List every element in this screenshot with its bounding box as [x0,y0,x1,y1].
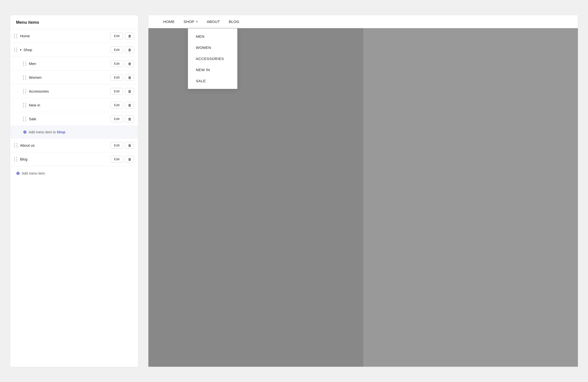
drag-handle[interactable] [23,75,26,80]
menu-item-label: Women [29,75,110,80]
edit-button[interactable]: Edit [110,116,123,122]
trash-icon: 🗑 [128,34,131,38]
list-item: Men Edit 🗑 [10,57,138,71]
trash-icon: 🗑 [128,144,131,148]
shop-link-label: Shop [57,130,65,134]
menu-item-label: Sale [29,117,110,121]
add-main-item-button[interactable]: ⊕ Add menu item [10,166,138,181]
trash-icon: 🗑 [128,76,131,80]
dropdown-item-sale[interactable]: SALE [188,75,237,86]
drag-handle[interactable] [14,34,18,38]
drag-handle[interactable] [23,89,26,94]
dropdown-item-men[interactable]: MEN [188,31,237,42]
menu-item-label: Accessories [29,89,110,93]
edit-button[interactable]: Edit [110,33,123,39]
list-item: About us Edit 🗑 [10,139,138,152]
delete-button[interactable]: 🗑 [125,88,134,95]
item-actions: Edit 🗑 [110,88,134,95]
trash-icon: 🗑 [128,117,131,121]
list-item-shop: ▾ Shop Edit 🗑 Men Edi [10,43,138,139]
delete-button[interactable]: 🗑 [125,46,134,53]
chevron-up-icon: ∧ [196,20,198,23]
drag-handle[interactable] [23,62,26,66]
drag-handle[interactable] [14,143,18,148]
item-actions: Edit 🗑 [110,142,134,149]
shop-row: ▾ Shop Edit 🗑 [10,43,138,57]
delete-button[interactable]: 🗑 [125,102,134,109]
panel-header: Menu items [10,15,138,29]
preview-panel: HOME SHOP ∧ ABOUT BLOG MEN WOMEN ACCESSO… [148,15,578,367]
add-sub-item-button[interactable]: ⊕ Add menu item to Shop [10,126,138,139]
chevron-down-icon: ▾ [20,48,21,52]
shop-dropdown: MEN WOMEN ACCESSORIES NEW IN SALE [188,28,237,89]
item-actions: Edit 🗑 [110,74,134,81]
item-actions: Edit 🗑 [110,116,134,123]
drag-handle[interactable] [23,103,26,107]
plus-icon: ⊕ [23,129,27,135]
item-actions: Edit 🗑 [110,33,134,40]
drag-handle[interactable] [14,157,18,162]
nav-item-shop[interactable]: SHOP ∧ [184,20,198,24]
preview-bg-left [148,28,363,367]
edit-button[interactable]: Edit [110,88,123,95]
menu-item-label: Blog [20,157,110,161]
list-item: Women Edit 🗑 [10,71,138,85]
list-item: Sale Edit 🗑 [10,112,138,126]
list-item: New in Edit 🗑 [10,98,138,112]
plus-icon: ⊕ [16,171,20,176]
menu-list: Home Edit 🗑 ▾ Shop Edit 🗑 [10,29,138,166]
preview-bg-right [363,28,578,367]
panel-title: Menu items [16,20,132,25]
item-actions: Edit 🗑 [110,102,134,109]
edit-button[interactable]: Edit [110,102,123,108]
menu-item-label: New in [29,103,110,107]
edit-button[interactable]: Edit [110,46,123,53]
trash-icon: 🗑 [128,48,131,52]
delete-button[interactable]: 🗑 [125,60,134,67]
delete-button[interactable]: 🗑 [125,116,134,123]
sub-items-container: Men Edit 🗑 Women Edit [10,57,138,139]
dropdown-item-women[interactable]: WOMEN [188,42,237,53]
add-main-item-text: Add menu item [22,171,45,175]
delete-button[interactable]: 🗑 [125,142,134,149]
delete-button[interactable]: 🗑 [125,33,134,40]
add-sub-item-text: Add menu item to Shop [29,130,65,134]
nav-item-about[interactable]: ABOUT [207,20,220,24]
dropdown-item-new-in[interactable]: NEW IN [188,64,237,75]
edit-button[interactable]: Edit [110,74,123,81]
delete-button[interactable]: 🗑 [125,74,134,81]
trash-icon: 🗑 [128,157,131,161]
menu-items-panel: Menu items Home Edit 🗑 ▾ Shop [10,15,138,367]
drag-handle[interactable] [23,117,26,121]
edit-button[interactable]: Edit [110,142,123,149]
trash-icon: 🗑 [128,62,131,66]
list-item: Accessories Edit 🗑 [10,85,138,98]
list-item: Blog Edit 🗑 [10,152,138,166]
nav-item-blog[interactable]: BLOG [229,20,239,24]
trash-icon: 🗑 [128,89,131,93]
menu-item-label: Men [29,62,110,66]
item-actions: Edit 🗑 [110,60,134,67]
item-actions: Edit 🗑 [110,46,134,53]
delete-button[interactable]: 🗑 [125,156,134,163]
edit-button[interactable]: Edit [110,60,123,67]
dropdown-item-accessories[interactable]: ACCESSORIES [188,53,237,64]
trash-icon: 🗑 [128,103,131,107]
nav-item-home[interactable]: HOME [163,20,175,24]
preview-nav: HOME SHOP ∧ ABOUT BLOG [148,15,578,28]
menu-item-label: Shop [23,48,110,52]
list-item: Home Edit 🗑 [10,29,138,43]
drag-handle[interactable] [14,48,18,52]
item-actions: Edit 🗑 [110,156,134,163]
menu-item-label: About us [20,143,110,148]
menu-item-label: Home [20,34,110,38]
edit-button[interactable]: Edit [110,156,123,163]
